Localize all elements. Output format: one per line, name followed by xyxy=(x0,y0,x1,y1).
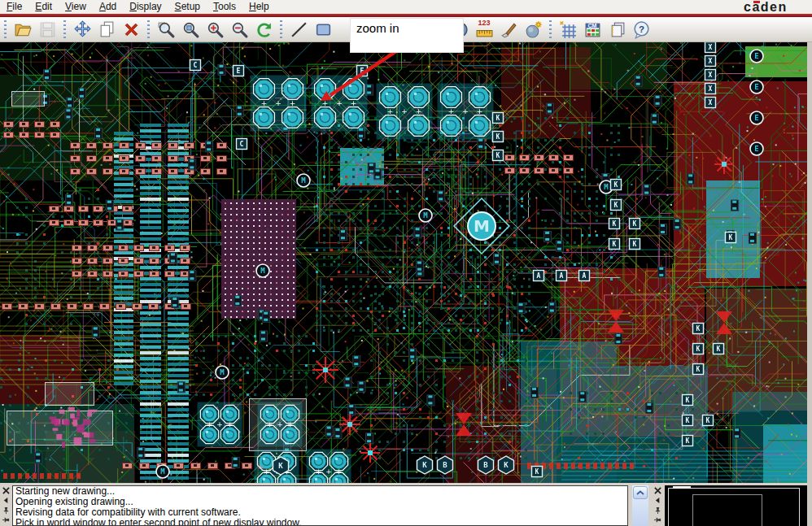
menu-view[interactable]: View xyxy=(59,0,93,14)
menu-edit[interactable]: Edit xyxy=(28,0,59,14)
zoom-out-button[interactable] xyxy=(227,18,251,41)
zoom-out-icon xyxy=(230,20,249,39)
shadow-mode-icon xyxy=(524,20,543,39)
brand-macron-accent xyxy=(753,1,760,3)
worldview-panel-controls xyxy=(652,485,663,526)
pin-side-icon[interactable] xyxy=(2,516,10,524)
add-rect-button[interactable] xyxy=(311,18,335,41)
menu-tools[interactable]: Tools xyxy=(207,0,242,14)
collapse-left-icon[interactable] xyxy=(2,497,10,504)
add-line-button[interactable] xyxy=(286,18,311,41)
menu-bar: FileEditViewAddDisplaySetupToolsHelp cad… xyxy=(0,0,812,14)
close-icon[interactable] xyxy=(654,487,661,494)
open-icon xyxy=(14,20,33,39)
redraw-button[interactable] xyxy=(251,18,276,41)
pcb-design-area xyxy=(0,42,812,483)
constraint-manager-button[interactable]: CM xyxy=(580,18,605,41)
copy-icon xyxy=(98,20,116,39)
save-button[interactable] xyxy=(35,18,59,41)
bottom-bar: Starting new drawing...Opening existing … xyxy=(0,483,812,526)
zoom-fit-button[interactable] xyxy=(178,18,203,41)
pin-icon[interactable] xyxy=(654,506,661,514)
delete-button[interactable] xyxy=(119,18,143,41)
grid-toggle-icon xyxy=(559,20,578,39)
copy-button[interactable] xyxy=(94,18,119,41)
toolbar-group-separator xyxy=(4,20,7,38)
grid-toggle-button[interactable] xyxy=(556,18,580,41)
menu-help[interactable]: Help xyxy=(242,0,276,14)
brand-text: caden xyxy=(744,0,788,14)
color-brush-icon xyxy=(500,20,518,39)
scrollbar-up-button[interactable] xyxy=(633,486,648,499)
menu-display[interactable]: Display xyxy=(123,0,168,14)
delete-icon xyxy=(122,20,141,39)
world-view-marker xyxy=(673,486,691,489)
move-icon xyxy=(73,20,92,39)
tooltip-text: zoom in xyxy=(356,21,399,35)
zoom-points-icon xyxy=(157,20,176,39)
display-window-outline xyxy=(692,494,762,526)
pin-side-icon[interactable] xyxy=(654,516,661,524)
brand-logo: caden xyxy=(744,0,812,14)
toolbar-group-separator xyxy=(63,20,66,38)
constraint-manager-icon xyxy=(583,20,602,39)
menu-add[interactable]: Add xyxy=(93,0,123,14)
help-button[interactable] xyxy=(629,18,653,41)
shadow-mode-button[interactable] xyxy=(521,18,545,41)
open-button[interactable] xyxy=(11,18,35,41)
zoom-in-tooltip: zoom in xyxy=(350,18,464,53)
console-panel-controls xyxy=(0,485,11,526)
menu-file[interactable]: File xyxy=(0,0,28,14)
console-line: Pick in world window to enter second poi… xyxy=(15,518,627,526)
toolbar-group-separator xyxy=(549,20,552,38)
command-console[interactable]: Starting new drawing...Opening existing … xyxy=(12,485,628,526)
pin-icon[interactable] xyxy=(2,506,10,514)
reports-icon xyxy=(608,20,626,39)
help-icon xyxy=(632,20,651,39)
zoom-in-button[interactable] xyxy=(203,18,227,41)
zoom-fit-icon xyxy=(181,20,200,39)
world-view-window[interactable] xyxy=(665,485,808,526)
add-line-icon xyxy=(290,20,308,39)
application-window: FileEditViewAddDisplaySetupToolsHelp cad… xyxy=(0,0,812,526)
measure-icon xyxy=(475,20,494,39)
close-icon[interactable] xyxy=(2,487,10,494)
menu-setup[interactable]: Setup xyxy=(168,0,207,14)
console-scrollbar[interactable] xyxy=(632,485,648,526)
toolbar-group-separator xyxy=(147,20,150,38)
redraw-icon xyxy=(255,20,273,39)
pcb-canvas[interactable] xyxy=(0,42,812,483)
color-brush-button[interactable] xyxy=(496,18,521,41)
save-icon xyxy=(38,20,57,39)
measure-button[interactable]: 123 xyxy=(472,18,496,41)
collapse-left-icon[interactable] xyxy=(654,497,661,504)
add-rect-icon xyxy=(314,20,333,39)
zoom-points-button[interactable] xyxy=(154,18,178,41)
zoom-in-icon xyxy=(206,20,225,39)
toolbar-group-separator xyxy=(280,20,282,38)
menu-items: FileEditViewAddDisplaySetupToolsHelp xyxy=(0,0,276,14)
reports-button[interactable] xyxy=(605,18,629,41)
window-edge-strip xyxy=(807,42,812,526)
move-button[interactable] xyxy=(70,18,94,41)
chevron-up-icon xyxy=(636,490,644,496)
